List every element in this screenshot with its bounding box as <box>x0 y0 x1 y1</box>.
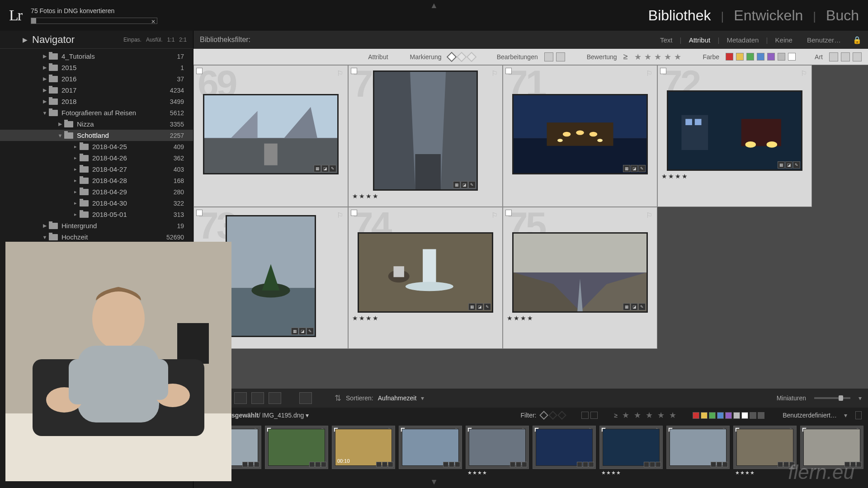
badge-icon[interactable]: ✎ <box>484 303 491 310</box>
folder-row[interactable]: ▶20183499 <box>0 96 193 107</box>
badge-icon[interactable]: ▦ <box>291 328 298 335</box>
filmstrip-preset[interactable]: Benutzerdefiniert… <box>783 412 837 419</box>
kind-video-icon[interactable] <box>853 52 862 61</box>
badge-icon[interactable]: ◪ <box>476 303 483 310</box>
flag-picked-icon[interactable] <box>446 52 457 62</box>
grid-cell[interactable]: 74⚐ ▦◪✎ ★★★★ <box>348 207 503 349</box>
rating-op[interactable]: ≥ <box>623 52 628 61</box>
zoom-opt[interactable]: 2:1 <box>179 37 187 43</box>
rating-stars[interactable]: ★★★★★ <box>634 52 681 62</box>
zoom-opt[interactable]: Ausfül. <box>146 37 163 43</box>
painter-tool-button[interactable] <box>299 392 312 404</box>
color-swatch[interactable] <box>726 53 733 61</box>
color-swatch[interactable] <box>701 412 708 419</box>
grid-cell[interactable]: 75⚐ ▦◪✎ ★★★★ <box>503 207 657 349</box>
color-swatch[interactable] <box>788 53 796 61</box>
color-swatches[interactable] <box>726 53 796 61</box>
flag-icon[interactable]: ⚐ <box>646 69 652 78</box>
badge-icon[interactable]: ◪ <box>631 303 638 310</box>
flag-rejected-icon[interactable] <box>466 52 476 62</box>
flag-picked-icon[interactable] <box>540 411 549 420</box>
navigator-zoom-opts[interactable]: Einpas.Ausfül.1:12:1 <box>123 37 187 43</box>
rating-stars[interactable]: ★★★★ <box>349 191 383 202</box>
filmstrip-item[interactable]: ⚐★★★★ <box>466 426 529 477</box>
color-swatch[interactable] <box>725 412 732 419</box>
grid-cell[interactable]: 71⚐ ▦◪✎ <box>503 65 657 207</box>
grid-cell[interactable]: 69⚐ ▦◪✎ <box>193 65 348 207</box>
grid-cell[interactable]: 72⚐ ▦◪✎ ★★★★ <box>657 65 812 207</box>
filmstrip-item[interactable]: ⚐ <box>666 426 730 471</box>
badge-icon[interactable]: ◪ <box>631 165 638 172</box>
color-swatch[interactable] <box>736 53 744 61</box>
color-swatch[interactable] <box>757 53 764 61</box>
badge-icon[interactable]: ◪ <box>785 161 793 169</box>
filmstrip-color-swatches[interactable] <box>693 412 764 419</box>
filmstrip-item[interactable]: ⚐ <box>399 426 462 471</box>
color-swatch[interactable] <box>778 53 785 61</box>
edit-yes-icon[interactable] <box>544 52 553 61</box>
folder-row[interactable]: ▸2018-04-28168 <box>0 175 193 186</box>
select-checkbox[interactable] <box>196 210 203 216</box>
filmstrip-collapse-icon[interactable]: ▲ <box>430 478 438 487</box>
color-swatch[interactable] <box>750 412 756 419</box>
badge-icon[interactable]: ▦ <box>453 181 460 188</box>
navigator-header[interactable]: ▶ Navigator Einpas.Ausfül.1:12:1 <box>0 31 193 49</box>
folder-row[interactable]: ▸2018-04-26362 <box>0 152 193 164</box>
badge-icon[interactable]: ▦ <box>314 165 321 172</box>
thumbnail-grid[interactable]: 69⚐ ▦◪✎ 70⚐ ▦◪✎ ★★★★71⚐ ▦◪✎ 72⚐ ▦◪✎ ★★★★… <box>193 65 868 389</box>
folder-row[interactable]: ▸2018-05-01313 <box>0 209 193 220</box>
color-swatch[interactable] <box>758 412 764 419</box>
module-buch[interactable]: Buch <box>826 7 859 24</box>
badge-icon[interactable]: ✎ <box>307 328 314 335</box>
folder-row[interactable]: ▶Hintergrund19 <box>0 220 193 231</box>
color-swatch[interactable] <box>746 53 754 61</box>
badge-icon[interactable]: ◪ <box>299 328 306 335</box>
module-entwickeln[interactable]: Entwickeln <box>734 7 803 24</box>
rating-stars[interactable]: ★★★★ <box>349 313 383 324</box>
badge-icon[interactable]: ◪ <box>321 165 329 172</box>
disclosure-icon[interactable]: ▶ <box>23 36 28 43</box>
flag-icon[interactable]: ⚐ <box>337 211 343 220</box>
thumb-size-slider[interactable] <box>814 397 850 399</box>
filter-preset[interactable]: Benutzer… <box>802 36 846 44</box>
select-checkbox[interactable] <box>505 210 512 216</box>
filmstrip-item[interactable]: ⚐ <box>533 426 596 471</box>
lock-icon[interactable]: 🔒 <box>853 36 862 44</box>
folder-row[interactable]: ▸2018-04-25409 <box>0 141 193 152</box>
edit-filter-icons[interactable] <box>581 412 598 419</box>
color-swatch[interactable] <box>767 53 775 61</box>
folder-row[interactable]: ▶Nizza3355 <box>0 118 193 130</box>
zoom-opt[interactable]: Einpas. <box>123 37 142 43</box>
folder-row[interactable]: ▸2018-04-30322 <box>0 197 193 209</box>
rating-stars[interactable]: ★★★★ <box>658 171 692 182</box>
badge-icon[interactable]: ◪ <box>461 181 468 188</box>
survey-view-button[interactable] <box>251 392 264 404</box>
folder-row[interactable]: ▶20151 <box>0 62 193 73</box>
grid-cell[interactable]: 70⚐ ▦◪✎ ★★★★ <box>348 65 503 207</box>
filmstrip-item[interactable]: ⚐00:10 <box>332 426 395 471</box>
folder-row[interactable]: ▸2018-04-27403 <box>0 164 193 175</box>
color-swatch[interactable] <box>741 412 748 419</box>
color-swatch[interactable] <box>717 412 724 419</box>
grid-cell[interactable] <box>657 207 812 349</box>
edit-no-icon[interactable] <box>556 52 565 61</box>
flag-unflagged-icon[interactable] <box>549 411 558 420</box>
progress-cancel-icon[interactable]: ✕ <box>151 19 156 25</box>
color-swatch[interactable] <box>693 412 699 419</box>
select-checkbox[interactable] <box>505 68 512 74</box>
color-swatch[interactable] <box>733 412 740 419</box>
folder-row[interactable]: ▼Schottland2257 <box>0 130 193 141</box>
filmstrip-item[interactable]: ⚐★★★★ <box>599 426 663 477</box>
toolbar-menu-icon[interactable]: ▾ <box>859 394 862 402</box>
kind-master-icon[interactable] <box>829 52 838 61</box>
flag-icon[interactable]: ⚐ <box>491 69 498 78</box>
folder-row[interactable]: ▶20174234 <box>0 84 193 96</box>
folder-row[interactable]: ▶4_Tutorials17 <box>0 51 193 62</box>
flag-icon[interactable]: ⚐ <box>801 69 807 78</box>
badge-icon[interactable]: ✎ <box>638 303 646 310</box>
rating-stars[interactable] <box>503 174 510 178</box>
filter-tab-keine[interactable]: Keine <box>770 36 798 44</box>
select-checkbox[interactable] <box>351 68 357 74</box>
filmstrip-item[interactable]: ⚐ <box>265 426 328 471</box>
badge-icon[interactable]: ✎ <box>638 165 646 172</box>
